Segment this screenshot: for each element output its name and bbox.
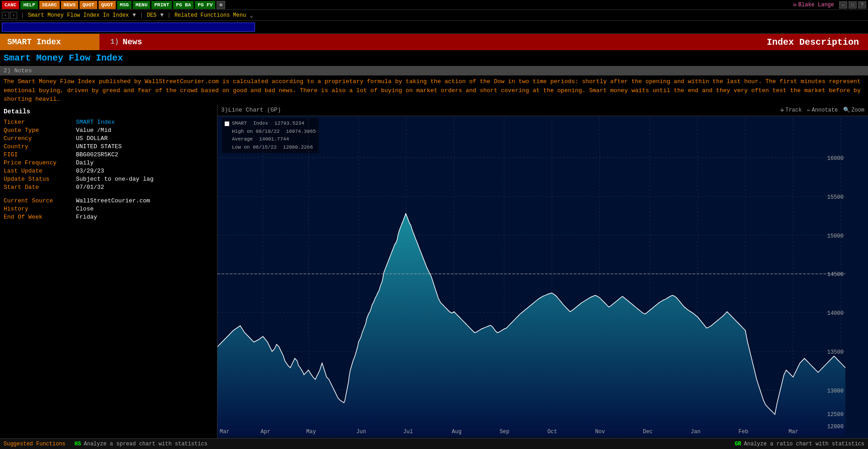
svg-text:13500: 13500 <box>827 349 844 355</box>
svg-marker-21 <box>217 214 845 435</box>
header-news[interactable]: 1) News <box>99 34 199 50</box>
page-wrapper: CANC HELP SEARC NEWS QUOT QUOT MSG MENU … <box>0 0 868 449</box>
plus-icon: ✛ <box>780 106 784 114</box>
svg-text:16000: 16000 <box>827 155 844 162</box>
window-max-button[interactable]: □ <box>849 1 857 9</box>
bottom-item-gr[interactable]: GR Analyze a ratio chart with statistics <box>735 441 864 447</box>
detail-row-endofweek: End Of Week Friday <box>4 214 213 220</box>
menu-button[interactable]: MENU <box>133 1 150 9</box>
detail-row-startdate: Start Date 07/01/32 <box>4 184 213 191</box>
page-title: Smart Money Flow Index <box>0 50 868 66</box>
notes-num: 2) <box>4 67 11 74</box>
header-index-desc[interactable]: Index Description <box>758 34 868 50</box>
news-button[interactable]: NEWS <box>61 1 78 9</box>
search-input[interactable] <box>2 23 255 32</box>
msg-button[interactable]: MSG <box>117 1 132 9</box>
svg-text:Apr: Apr <box>261 429 271 435</box>
gr-code: GR <box>735 441 741 447</box>
searchbar <box>0 21 868 34</box>
bottom-bar: Suggested Functions HS Analyze a spread … <box>0 438 868 449</box>
svg-text:12500: 12500 <box>827 411 844 417</box>
svg-text:Jan: Jan <box>691 429 701 435</box>
svg-text:Jul: Jul <box>403 429 413 435</box>
nav-sep3: | <box>167 12 171 19</box>
svg-text:14000: 14000 <box>827 310 844 317</box>
user-name: Blake Lange <box>798 2 834 8</box>
zoom-button[interactable]: 🔍 Zoom <box>843 107 864 113</box>
track-button[interactable]: ✛ Track <box>780 106 802 114</box>
svg-text:Mar: Mar <box>220 429 230 435</box>
nav-back-button[interactable]: ‹ <box>2 12 9 19</box>
rfm-dropdown[interactable]: Related Functions Menu <box>175 12 246 19</box>
svg-text:12000: 12000 <box>827 424 844 430</box>
chart-title-label: Line Chart (GP) <box>228 107 281 113</box>
detail-row-lastupdate: Last Update 03/29/23 <box>4 168 213 174</box>
chart-area: Mar Apr May Jun Jul Aug Sep Oct Nov Dec … <box>217 118 845 435</box>
des-arrow: ▼ <box>160 12 164 19</box>
window-min-button[interactable]: – <box>839 1 847 9</box>
section-gap <box>4 192 213 197</box>
envelope-icon: ✉ <box>793 1 797 8</box>
suggested-functions-label: Suggested Functions <box>4 441 66 447</box>
hs-text: Analyze a spread chart with statistics <box>84 441 208 447</box>
notes-label: Notes <box>14 67 32 74</box>
detail-row-pricefreq: Price Frequency Daily <box>4 159 213 166</box>
header-smart-index: SMART Index <box>0 34 99 50</box>
svg-text:Nov: Nov <box>595 429 605 435</box>
window-help-button[interactable]: ? <box>858 1 866 9</box>
nav-sep: | <box>21 12 24 19</box>
pencil-icon: ✏ <box>807 107 810 113</box>
svg-text:May: May <box>306 429 316 435</box>
help-button[interactable]: HELP <box>20 1 38 9</box>
notes-text: The Smart Money Flow Index published by … <box>0 75 868 104</box>
zoom-icon: 🔍 <box>843 107 850 113</box>
nav-sep2: | <box>140 12 143 19</box>
print-button[interactable]: PRINT <box>151 1 172 9</box>
toolbar: CANC HELP SEARC NEWS QUOT QUOT MSG MENU … <box>0 0 868 10</box>
svg-text:Mar: Mar <box>788 429 798 435</box>
navbar: ‹ › | Smart Money Flow Index In Index ▼ … <box>0 10 868 21</box>
rfm-arrow: ⌄ <box>250 12 253 19</box>
breadcrumb-dropdown[interactable]: Smart Money Flow Index In Index <box>28 12 129 19</box>
svg-text:Jun: Jun <box>356 429 366 435</box>
svg-text:Dec: Dec <box>643 429 653 435</box>
gr-text: Analyze a ratio chart with statistics <box>744 441 864 447</box>
pgfv-button[interactable]: PG FV <box>195 1 215 9</box>
svg-text:13000: 13000 <box>827 388 844 394</box>
svg-text:15000: 15000 <box>827 233 844 239</box>
quot1-button[interactable]: QUOT <box>80 1 97 9</box>
pgba-button[interactable]: PG BA <box>173 1 193 9</box>
header-spacer <box>199 34 758 50</box>
user-info: ✉ Blake Lange <box>793 1 834 8</box>
chart-title-num: 3) <box>221 107 228 113</box>
detail-row-updatestatus: Update Status Subject to one-day lag <box>4 176 213 182</box>
detail-row-history: History Close <box>4 206 213 212</box>
canc-button[interactable]: CANC <box>2 1 19 9</box>
nav-forward-button[interactable]: › <box>10 12 17 19</box>
searc-button[interactable]: SEARC <box>39 1 60 9</box>
quot2-button[interactable]: QUOT <box>99 1 116 9</box>
svg-text:14500: 14500 <box>827 271 844 278</box>
svg-text:Oct: Oct <box>547 429 557 435</box>
svg-text:Aug: Aug <box>452 429 462 435</box>
des-dropdown[interactable]: DES <box>147 12 157 19</box>
notes-header: 2) Notes <box>0 66 868 75</box>
bottom-item-hs[interactable]: HS Analyze a spread chart with statistic… <box>75 441 208 447</box>
svg-text:Feb: Feb <box>738 429 748 435</box>
gear-button[interactable]: ⚙ <box>217 1 225 9</box>
detail-row-country: Country UNITED STATES <box>4 143 213 150</box>
left-panel: Details Ticker SMART Index Quote Type Va… <box>0 104 217 449</box>
detail-row-currency: Currency US DOLLAR <box>4 135 213 142</box>
detail-row-ticker: Ticker SMART Index <box>4 119 213 126</box>
details-title: Details <box>4 108 213 115</box>
detail-row-quotetype: Quote Type Value /Mid <box>4 127 213 134</box>
svg-text:Sep: Sep <box>500 429 509 435</box>
nav-arrow-indicator: ▼ <box>132 12 136 19</box>
nav-arrows: ‹ › <box>2 12 17 19</box>
svg-text:15500: 15500 <box>827 194 844 201</box>
detail-row-currentsource: Current Source WallStreetCourier.com <box>4 197 213 204</box>
annotate-button[interactable]: ✏ Annotate <box>807 107 838 113</box>
chart-header: 3) Line Chart (GP) ✛ Track ✏ Annotate 🔍 … <box>217 104 868 116</box>
right-panel: 3) Line Chart (GP) ✛ Track ✏ Annotate 🔍 … <box>217 104 868 449</box>
header-row: SMART Index 1) News Index Description <box>0 34 868 50</box>
